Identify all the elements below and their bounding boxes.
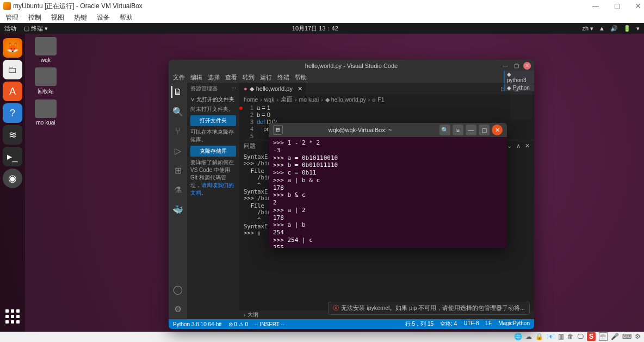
active-app-menu[interactable]: ▢ 终端 ▾ [24, 24, 48, 33]
close-button[interactable]: ✕ [635, 2, 641, 10]
menu-control[interactable]: 控制 [28, 13, 41, 22]
notification-toast[interactable]: ⓧ 无法安装 ipykernel。如果 pip 不可用，请使用选择的包管理器手动… [328, 302, 530, 315]
desktop-trash[interactable]: 回收站 [30, 67, 61, 95]
menu-view[interactable]: 视图 [51, 13, 64, 22]
tab-close-icon[interactable]: ✕ [298, 85, 302, 92]
testing-icon[interactable]: ⚗ [172, 184, 184, 196]
terminal-python3[interactable]: ◆ python3 [504, 71, 534, 84]
volume-icon[interactable]: 🔊 [610, 25, 618, 32]
dock-help[interactable]: ? [3, 103, 22, 123]
encoding[interactable]: UTF-8 [463, 320, 479, 328]
tray-icon[interactable]: 🗑 [567, 333, 574, 340]
tray-extra-icon[interactable]: ⚙ [635, 333, 641, 340]
sogou-ime-icon[interactable]: S [587, 332, 596, 341]
desktop-icons: wqk 回收站 mo kuai [30, 37, 61, 126]
new-tab-button[interactable]: ⊞ [273, 125, 283, 135]
show-applications-button[interactable] [3, 307, 22, 326]
tray-icon[interactable]: 🖵 [577, 333, 584, 340]
activities-button[interactable]: 活动 [4, 24, 16, 33]
terminal-maximize[interactable]: ▢ [479, 125, 490, 135]
account-icon[interactable]: ◯ [172, 283, 184, 295]
editor-tab-hello[interactable]: ● ◆ hello,world.py ✕ [239, 83, 306, 95]
gnome-top-panel: 活动 ▢ 终端 ▾ 10月17日 13：42 zh ▾ ▲ 🔊 🔋 ▾ [0, 23, 644, 34]
maximize-button[interactable]: ▢ [614, 2, 620, 10]
network-icon[interactable]: ▲ [599, 25, 605, 32]
search-icon[interactable]: 🔍 [172, 105, 184, 117]
explorer-icon[interactable]: 🗎 [171, 86, 183, 98]
vsc-menu-goto[interactable]: 转到 [243, 73, 255, 82]
minimize-button[interactable]: — [592, 2, 599, 10]
vscode-minimize[interactable]: — [501, 62, 509, 70]
vscode-titlebar[interactable]: hello,world.py - Visual Studio Code — ▢ … [169, 60, 534, 72]
vsc-menu-terminal[interactable]: 终端 [277, 73, 289, 82]
vscode-close[interactable]: ✕ [523, 62, 531, 70]
tray-icon[interactable]: 📧 [547, 333, 555, 340]
terminal-titlebar[interactable]: ⊞ wqk@wqk-VirtualBox: ~ 🔍 ≡ — ▢ ✕ [269, 123, 507, 137]
terminal-minimize[interactable]: — [466, 125, 476, 135]
dock-software[interactable]: A [3, 82, 22, 101]
git-docs-msg: 要详细了解如何在 VS Code 中使用 Git 和源代码管理，请阅读我们的文档… [190, 159, 236, 197]
vsc-menu-select[interactable]: 选择 [208, 73, 220, 82]
vsc-menu-file[interactable]: 文件 [173, 73, 185, 82]
vsc-menu-run[interactable]: 运行 [260, 73, 272, 82]
clock[interactable]: 10月17日 13：42 [292, 24, 338, 33]
vsc-menu-help[interactable]: 帮助 [295, 73, 307, 82]
problems-tab[interactable]: 问题 [244, 142, 256, 150]
clone-repo-button[interactable]: 克隆存储库 [190, 146, 236, 157]
terminal-body[interactable]: >>> 1 - 2 * 2 -3 >>> a = 0b10110010 >>> … [269, 137, 507, 248]
input-language[interactable]: zh ▾ [582, 25, 593, 32]
language-mode[interactable]: MagicPython [498, 320, 530, 328]
settings-icon[interactable]: ⚙ [172, 303, 184, 315]
dock-firefox[interactable]: 🦊 [3, 38, 22, 58]
battery-icon[interactable]: 🔋 [623, 25, 631, 32]
tray-icon[interactable]: ▥ [558, 333, 564, 340]
minimap[interactable] [510, 87, 532, 120]
panel-down-icon[interactable]: ⌄ [507, 142, 512, 150]
source-control-icon[interactable]: ⑂ [172, 125, 184, 137]
no-open-folder-section[interactable]: ∨ 无打开的文件夹 [190, 96, 236, 103]
eol[interactable]: LF [486, 320, 492, 328]
dock-files[interactable]: 🗀 [3, 60, 22, 79]
menu-help[interactable]: 帮助 [120, 13, 133, 22]
dock-vscode[interactable]: ≋ [3, 125, 22, 145]
desktop-folder-mokuai[interactable]: mo kuai [30, 100, 61, 126]
terminal-search-button[interactable]: 🔍 [439, 125, 450, 135]
debug-icon[interactable]: ▷ [172, 145, 184, 157]
vscode-maximize[interactable]: ▢ [512, 62, 520, 70]
tray-icon[interactable]: ☁ [525, 333, 532, 340]
menu-hotkeys[interactable]: 热键 [74, 13, 87, 22]
panel-up-icon[interactable]: ∧ [516, 142, 521, 150]
terminal-menu-button[interactable]: ≡ [453, 125, 463, 135]
vsc-menu-edit[interactable]: 编辑 [190, 73, 202, 82]
open-folder-button[interactable]: 打开文件夹 [190, 115, 236, 126]
host-taskbar-tray: 🌐 ☁ 🔒 📧 ▥ 🗑 🖵 S 中 🎤 ⌨ ⚙ [514, 332, 641, 341]
desktop-folder-wqk[interactable]: wqk [30, 37, 61, 63]
breakpoint-icon[interactable] [239, 107, 243, 110]
tray-icon[interactable]: 🌐 [514, 333, 522, 340]
tray-extra-icon[interactable]: ⌨ [622, 333, 631, 340]
vscode-explorer-sidebar: 资源管理器 ··· ∨ 无打开的文件夹 尚未打开文件夹。 打开文件夹 可以在本地… [187, 83, 239, 319]
vsc-menu-view[interactable]: 查看 [225, 73, 237, 82]
tray-icon[interactable]: 🔒 [535, 333, 543, 340]
python-interpreter[interactable]: Python 3.8.10 64-bit [173, 321, 222, 327]
docker-icon[interactable]: 🐳 [172, 203, 184, 215]
tray-extra-icon[interactable]: 🎤 [611, 333, 619, 340]
menu-manage[interactable]: 管理 [5, 13, 18, 22]
terminal-python[interactable]: ◆ Python [504, 84, 534, 91]
system-menu-chevron[interactable]: ▾ [636, 25, 640, 32]
panel-close-icon[interactable]: ✕ [525, 142, 530, 150]
virtualbox-title-text: myUbuntu [正在运行] - Oracle VM VirtualBox [13, 2, 143, 11]
terminal-close[interactable]: ✕ [492, 125, 503, 135]
dock-terminal[interactable]: ▸_ [3, 147, 22, 166]
problems-count[interactable]: ⊘ 0 ⚠ 0 [228, 321, 248, 327]
vscode-activity-bar: 🗎 🔍 ⑂ ▷ ⊞ ⚗ 🐳 ◯ ⚙ [169, 83, 187, 319]
dock-disc[interactable]: ◉ [3, 169, 22, 188]
menu-devices[interactable]: 设备 [97, 13, 110, 22]
explorer-more[interactable]: ··· [232, 85, 236, 92]
cursor-position[interactable]: 行 5，列 15 [405, 320, 434, 328]
gnome-terminal-window: ⊞ wqk@wqk-VirtualBox: ~ 🔍 ≡ — ▢ ✕ >>> 1 … [269, 123, 507, 248]
extensions-icon[interactable]: ⊞ [172, 164, 184, 176]
indentation[interactable]: 空格: 4 [440, 320, 457, 328]
ime-lang-cn[interactable]: 中 [599, 332, 608, 341]
breadcrumb[interactable]: home › wqk › 桌面 › mo kuai › ◆ hello,worl… [239, 95, 534, 104]
